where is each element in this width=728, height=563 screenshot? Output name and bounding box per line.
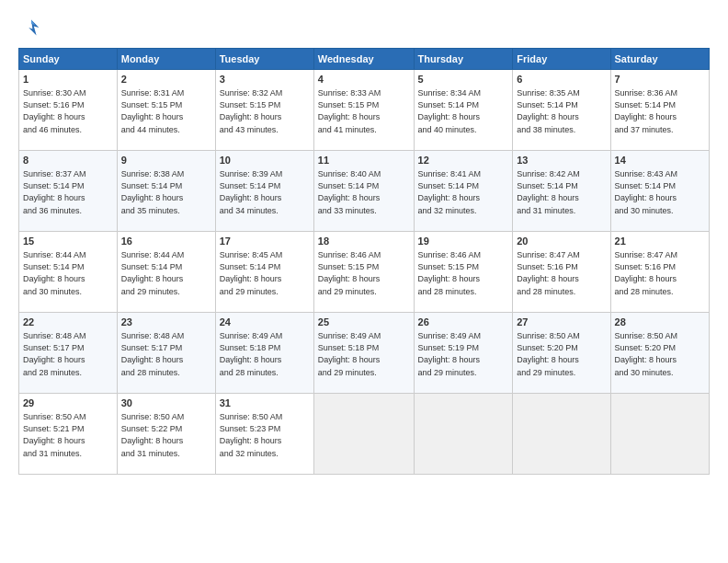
day-info: Sunrise: 8:50 AMSunset: 5:22 PMDaylight:… <box>121 411 211 459</box>
calendar-cell: 7Sunrise: 8:36 AMSunset: 5:14 PMDaylight… <box>610 70 709 151</box>
day-info: Sunrise: 8:44 AMSunset: 5:14 PMDaylight:… <box>23 249 113 297</box>
calendar-cell: 25Sunrise: 8:49 AMSunset: 5:18 PMDayligh… <box>313 313 414 394</box>
day-info: Sunrise: 8:47 AMSunset: 5:16 PMDaylight:… <box>517 249 606 297</box>
calendar-cell: 27Sunrise: 8:50 AMSunset: 5:20 PMDayligh… <box>513 313 610 394</box>
day-info: Sunrise: 8:50 AMSunset: 5:21 PMDaylight:… <box>23 411 113 459</box>
day-number: 10 <box>220 154 310 167</box>
calendar-cell: 28Sunrise: 8:50 AMSunset: 5:20 PMDayligh… <box>610 313 709 394</box>
calendar-cell: 14Sunrise: 8:43 AMSunset: 5:14 PMDayligh… <box>610 151 709 232</box>
calendar-cell <box>513 394 610 475</box>
calendar-cell <box>610 394 709 475</box>
day-info: Sunrise: 8:49 AMSunset: 5:18 PMDaylight:… <box>318 330 410 378</box>
day-number: 31 <box>220 396 310 410</box>
calendar-cell: 6Sunrise: 8:35 AMSunset: 5:14 PMDaylight… <box>513 70 610 151</box>
day-info: Sunrise: 8:35 AMSunset: 5:14 PMDaylight:… <box>517 87 606 135</box>
day-number: 24 <box>220 316 310 329</box>
day-number: 14 <box>615 154 705 167</box>
page: SundayMondayTuesdayWednesdayThursdayFrid… <box>0 0 728 563</box>
calendar-cell: 18Sunrise: 8:46 AMSunset: 5:15 PMDayligh… <box>313 232 414 313</box>
day-info: Sunrise: 8:50 AMSunset: 5:20 PMDaylight:… <box>615 330 705 378</box>
day-info: Sunrise: 8:41 AMSunset: 5:14 PMDaylight:… <box>418 168 509 216</box>
logo <box>18 15 48 40</box>
day-info: Sunrise: 8:39 AMSunset: 5:14 PMDaylight:… <box>220 168 310 216</box>
day-number: 25 <box>318 316 410 329</box>
day-number: 3 <box>220 73 310 86</box>
day-info: Sunrise: 8:44 AMSunset: 5:14 PMDaylight:… <box>121 249 211 297</box>
day-info: Sunrise: 8:50 AMSunset: 5:23 PMDaylight:… <box>220 411 310 459</box>
top-section <box>18 15 710 40</box>
day-info: Sunrise: 8:46 AMSunset: 5:15 PMDaylight:… <box>418 249 509 297</box>
day-number: 8 <box>23 154 113 167</box>
calendar-cell: 29Sunrise: 8:50 AMSunset: 5:21 PMDayligh… <box>19 394 118 475</box>
calendar-cell: 4Sunrise: 8:33 AMSunset: 5:15 PMDaylight… <box>313 70 414 151</box>
calendar-cell: 15Sunrise: 8:44 AMSunset: 5:14 PMDayligh… <box>19 232 118 313</box>
weekday-header: Wednesday <box>313 49 414 70</box>
day-number: 2 <box>121 73 211 86</box>
day-number: 12 <box>418 154 509 167</box>
day-info: Sunrise: 8:43 AMSunset: 5:14 PMDaylight:… <box>615 168 705 216</box>
logo-icon <box>18 15 44 40</box>
day-info: Sunrise: 8:34 AMSunset: 5:14 PMDaylight:… <box>418 87 509 135</box>
calendar-cell <box>313 394 414 475</box>
calendar-cell: 10Sunrise: 8:39 AMSunset: 5:14 PMDayligh… <box>215 151 313 232</box>
day-number: 7 <box>615 73 705 86</box>
calendar-cell: 5Sunrise: 8:34 AMSunset: 5:14 PMDaylight… <box>414 70 513 151</box>
calendar-cell: 26Sunrise: 8:49 AMSunset: 5:19 PMDayligh… <box>414 313 513 394</box>
day-number: 23 <box>121 316 211 329</box>
day-info: Sunrise: 8:47 AMSunset: 5:16 PMDaylight:… <box>615 249 705 297</box>
day-info: Sunrise: 8:48 AMSunset: 5:17 PMDaylight:… <box>23 330 113 378</box>
day-number: 28 <box>615 316 705 329</box>
calendar-cell: 16Sunrise: 8:44 AMSunset: 5:14 PMDayligh… <box>117 232 215 313</box>
day-info: Sunrise: 8:45 AMSunset: 5:14 PMDaylight:… <box>220 249 310 297</box>
day-number: 30 <box>121 396 211 410</box>
weekday-header: Thursday <box>414 49 513 70</box>
calendar-cell <box>414 394 513 475</box>
day-info: Sunrise: 8:32 AMSunset: 5:15 PMDaylight:… <box>220 87 310 135</box>
day-number: 26 <box>418 316 509 329</box>
day-number: 11 <box>318 154 410 167</box>
day-info: Sunrise: 8:38 AMSunset: 5:14 PMDaylight:… <box>121 168 211 216</box>
calendar-cell: 20Sunrise: 8:47 AMSunset: 5:16 PMDayligh… <box>513 232 610 313</box>
calendar-cell: 1Sunrise: 8:30 AMSunset: 5:16 PMDaylight… <box>19 70 118 151</box>
day-info: Sunrise: 8:48 AMSunset: 5:17 PMDaylight:… <box>121 330 211 378</box>
calendar-cell: 24Sunrise: 8:49 AMSunset: 5:18 PMDayligh… <box>215 313 313 394</box>
day-number: 15 <box>23 235 113 248</box>
day-number: 20 <box>517 235 606 248</box>
day-info: Sunrise: 8:33 AMSunset: 5:15 PMDaylight:… <box>318 87 410 135</box>
calendar-cell: 21Sunrise: 8:47 AMSunset: 5:16 PMDayligh… <box>610 232 709 313</box>
day-info: Sunrise: 8:42 AMSunset: 5:14 PMDaylight:… <box>517 168 606 216</box>
weekday-header: Tuesday <box>215 49 313 70</box>
day-info: Sunrise: 8:36 AMSunset: 5:14 PMDaylight:… <box>615 87 705 135</box>
day-number: 22 <box>23 316 113 329</box>
day-number: 18 <box>318 235 410 248</box>
day-number: 6 <box>517 73 606 86</box>
calendar-cell: 11Sunrise: 8:40 AMSunset: 5:14 PMDayligh… <box>313 151 414 232</box>
day-number: 5 <box>418 73 509 86</box>
day-number: 17 <box>220 235 310 248</box>
weekday-header: Sunday <box>19 49 118 70</box>
calendar-cell: 9Sunrise: 8:38 AMSunset: 5:14 PMDaylight… <box>117 151 215 232</box>
day-number: 4 <box>318 73 410 86</box>
weekday-header: Saturday <box>610 49 709 70</box>
day-info: Sunrise: 8:30 AMSunset: 5:16 PMDaylight:… <box>23 87 113 135</box>
svg-marker-0 <box>28 20 39 36</box>
calendar-cell: 17Sunrise: 8:45 AMSunset: 5:14 PMDayligh… <box>215 232 313 313</box>
day-number: 19 <box>418 235 509 248</box>
day-info: Sunrise: 8:40 AMSunset: 5:14 PMDaylight:… <box>318 168 410 216</box>
day-info: Sunrise: 8:49 AMSunset: 5:19 PMDaylight:… <box>418 330 509 378</box>
weekday-header: Friday <box>513 49 610 70</box>
calendar-cell: 13Sunrise: 8:42 AMSunset: 5:14 PMDayligh… <box>513 151 610 232</box>
calendar-cell: 22Sunrise: 8:48 AMSunset: 5:17 PMDayligh… <box>19 313 118 394</box>
day-number: 29 <box>23 396 113 410</box>
calendar-cell: 30Sunrise: 8:50 AMSunset: 5:22 PMDayligh… <box>117 394 215 475</box>
calendar-table: SundayMondayTuesdayWednesdayThursdayFrid… <box>18 48 710 475</box>
weekday-header: Monday <box>117 49 215 70</box>
day-info: Sunrise: 8:31 AMSunset: 5:15 PMDaylight:… <box>121 87 211 135</box>
calendar-cell: 31Sunrise: 8:50 AMSunset: 5:23 PMDayligh… <box>215 394 313 475</box>
calendar-cell: 2Sunrise: 8:31 AMSunset: 5:15 PMDaylight… <box>117 70 215 151</box>
calendar-cell: 3Sunrise: 8:32 AMSunset: 5:15 PMDaylight… <box>215 70 313 151</box>
day-number: 13 <box>517 154 606 167</box>
calendar-cell: 23Sunrise: 8:48 AMSunset: 5:17 PMDayligh… <box>117 313 215 394</box>
day-info: Sunrise: 8:46 AMSunset: 5:15 PMDaylight:… <box>318 249 410 297</box>
calendar-cell: 19Sunrise: 8:46 AMSunset: 5:15 PMDayligh… <box>414 232 513 313</box>
